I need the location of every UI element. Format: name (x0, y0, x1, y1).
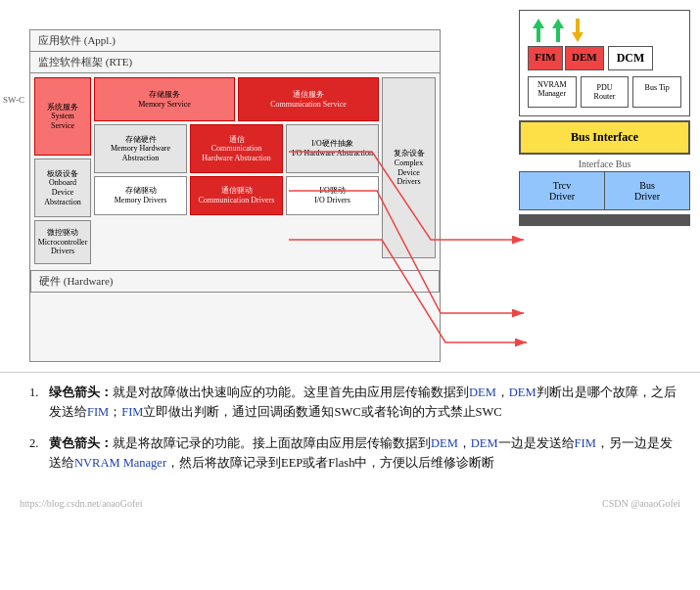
svg-marker-0 (533, 19, 544, 28)
arrow-up-1 (533, 19, 544, 42)
complex-device-cell: 复杂设备 Complex Device Drivers (382, 77, 436, 258)
green-arrows (528, 19, 681, 42)
io-hw-cell: I/O硬件抽象 I/O Hardware Abstraction (286, 124, 379, 173)
arch-col-right: 复杂设备 Complex Device Drivers (382, 77, 436, 264)
hardware-label: 硬件 (Hardware) (30, 270, 440, 293)
side-label: SW-C (3, 95, 24, 105)
fim-dem-dcm-row: FIM DEM DCM (528, 46, 681, 70)
arch-col-left: 系统服务 System Service 板级设备 Onboard Device … (34, 77, 91, 264)
autosar-title: 应用软件 (Appl.) (30, 30, 440, 52)
arrow-down-yellow (572, 19, 583, 42)
arch-row-top: 存储服务 Memory Service 通信服务 Communication S… (94, 77, 379, 121)
trcv-bus-row: Trcv Driver Bus Driver (519, 171, 690, 210)
memory-service-cell: 存储服务 Memory Service (94, 77, 235, 121)
ecu-top: FIM DEM DCM NVRAM Manager PDU Router (519, 10, 690, 116)
arrow-up-2 (552, 19, 564, 42)
diagram-area: SW-C 应用软件 (Appl.) 监控软件框架 (RTE) 系统服务 Syst… (0, 0, 700, 372)
pdu-box: PDU Router (581, 76, 630, 108)
dcm-box: DCM (608, 46, 654, 70)
interface-bus-label: Interface Bus (519, 159, 690, 169)
fim-dem-group: FIM DEM (528, 46, 604, 70)
text-item-2: 2. 黄色箭头：就是将故障记录的功能。接上面故障由应用层传输数据到DEM，DEM… (29, 433, 680, 473)
arch-col-middle: 存储服务 Memory Service 通信服务 Communication S… (94, 77, 379, 264)
comm-hw-cell: 通信 Communication Hardware Abstraction (190, 124, 283, 173)
arch-row-bot: 存储驱动 Memory Drivers 通信驱动 Communication D… (94, 176, 379, 215)
text-content: 1. 绿色箭头：就是对故障做出快速响应的功能。这里首先由应用层传输数据到DEM，… (0, 372, 700, 494)
bus-tip-box: Bus Tip (632, 76, 681, 108)
autosar-block: SW-C 应用软件 (Appl.) 监控软件框架 (RTE) 系统服务 Syst… (29, 29, 441, 362)
fim-box: FIM (528, 46, 563, 70)
comm-drivers-cell: 通信驱动 Communication Drivers (190, 176, 283, 215)
io-drivers-cell: I/O驱动 I/O Drivers (286, 176, 379, 215)
ecu-dark-bar (519, 214, 690, 226)
comm-service-cell: 通信服务 Communication Service (238, 77, 379, 121)
text-item-1: 1. 绿色箭头：就是对故障做出快速响应的功能。这里首先由应用层传输数据到DEM，… (29, 383, 680, 422)
arch-row-mid: 存储硬件 Memory Hardware Abstraction 通信 Comm… (94, 124, 379, 173)
footer: https://blog.csdn.net/aoaoGofei CSDN @ao… (0, 494, 700, 513)
nvram-pdu-row: NVRAM Manager PDU Router Bus Tip (528, 76, 681, 108)
ecu-block: FIM DEM DCM NVRAM Manager PDU Router (519, 10, 690, 226)
trcv-box: Trcv Driver (520, 172, 605, 209)
svg-rect-1 (537, 28, 540, 42)
nvram-box: NVRAM Manager (528, 76, 577, 108)
bus-driver-box: Bus Driver (605, 172, 689, 209)
memory-hw-cell: 存储硬件 Memory Hardware Abstraction (94, 124, 187, 173)
footer-credit: CSDN @aoaoGofei (602, 498, 680, 509)
dem-box: DEM (565, 46, 604, 70)
arch-inner: 系统服务 System Service 板级设备 Onboard Device … (30, 73, 440, 268)
autosar-rtl: 监控软件框架 (RTE) (30, 52, 440, 73)
svg-rect-4 (576, 19, 580, 32)
svg-marker-5 (572, 32, 583, 42)
system-service-cell: 系统服务 System Service (34, 77, 91, 156)
footer-watermark: https://blog.csdn.net/aoaoGofei (20, 498, 143, 509)
svg-marker-2 (552, 19, 564, 28)
main-container: SW-C 应用软件 (Appl.) 监控软件框架 (RTE) 系统服务 Syst… (0, 0, 700, 513)
memory-drivers-cell: 存储驱动 Memory Drivers (94, 176, 187, 215)
onboard-device-cell: 板级设备 Onboard Device Abstraction (34, 159, 91, 217)
bus-interface-box: Bus Interface (519, 120, 690, 155)
microcontroller-cell: 微控驱动 Microcontroller Drivers (34, 220, 91, 264)
svg-rect-3 (556, 28, 560, 42)
